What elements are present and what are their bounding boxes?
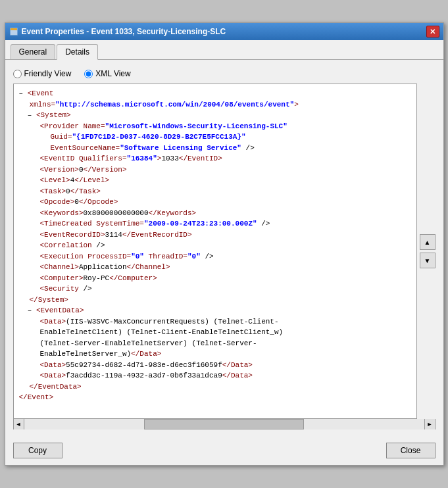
vertical-scroll-buttons: ▲ ▼	[420, 84, 436, 419]
xml-view-label: XML View	[95, 69, 130, 78]
hscroll-thumb[interactable]	[144, 419, 304, 429]
scroll-up-button[interactable]: ▲	[420, 234, 436, 250]
friendly-view-label: Friendly View	[24, 69, 72, 78]
friendly-view-radio[interactable]	[13, 70, 22, 78]
close-button[interactable]: Close	[386, 443, 436, 458]
hscroll-left-button[interactable]: ◄	[14, 419, 24, 429]
event-properties-window: Event Properties - Event 1033, Security-…	[5, 22, 444, 466]
view-selector: Friendly View XML View	[13, 66, 436, 84]
tab-general[interactable]: General	[11, 44, 56, 59]
friendly-view-option[interactable]: Friendly View	[13, 69, 72, 78]
title-text: Event Properties - Event 1033, Security-…	[22, 27, 226, 36]
details-content: Friendly View XML View – <Event xmlns="h…	[5, 60, 443, 436]
xml-view-option[interactable]: XML View	[84, 69, 130, 78]
title-bar: Event Properties - Event 1033, Security-…	[5, 23, 443, 40]
xml-view-radio[interactable]	[84, 70, 93, 78]
horizontal-scrollbar[interactable]: ◄ ►	[13, 419, 436, 429]
close-title-button[interactable]: ✕	[426, 26, 439, 37]
window-icon	[9, 27, 18, 36]
footer: Copy Close	[5, 436, 443, 465]
xml-content-area[interactable]: – <Event xmlns="http://schemas.microsoft…	[13, 84, 417, 419]
tab-details[interactable]: Details	[57, 44, 98, 60]
xml-viewer-wrapper: – <Event xmlns="http://schemas.microsoft…	[13, 84, 436, 419]
svg-rect-2	[11, 28, 17, 30]
hscroll-right-button[interactable]: ►	[424, 419, 435, 429]
copy-button[interactable]: Copy	[13, 443, 62, 458]
scroll-down-button[interactable]: ▼	[420, 253, 436, 268]
tab-bar: General Details	[5, 40, 443, 60]
hscroll-track[interactable]	[24, 419, 424, 429]
svg-rect-1	[11, 30, 17, 35]
